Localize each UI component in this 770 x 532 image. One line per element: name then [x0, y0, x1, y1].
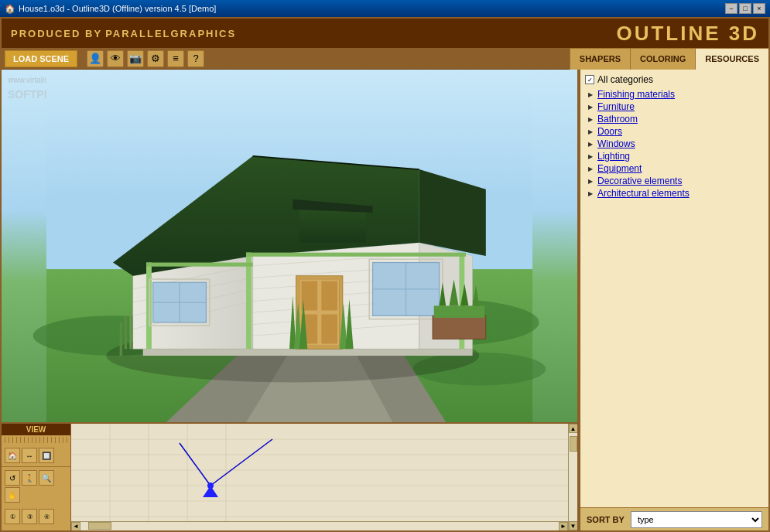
- tab-coloring[interactable]: COLORING: [630, 48, 695, 70]
- 3d-viewport[interactable]: www.virtalis.com SOFTPEDIA: [2, 70, 577, 422]
- viewport-panel: www.virtalis.com SOFTPEDIA: [2, 70, 579, 530]
- company-name: PRODUCED BY PARALLELGRAPHICS: [11, 28, 236, 39]
- window-controls[interactable]: − □ ×: [725, 3, 765, 14]
- view-btn-2[interactable]: ↔: [22, 448, 37, 463]
- category-item-doors[interactable]: ▶ Doors: [585, 125, 764, 138]
- category-arrow-bathroom: ▶: [588, 116, 594, 122]
- category-item-equipment[interactable]: ▶ Equipment: [585, 162, 764, 175]
- category-link-furniture[interactable]: Furniture: [597, 101, 635, 112]
- hscroll-track: [80, 522, 559, 530]
- category-link-architectural-elements[interactable]: Architectural elements: [597, 188, 690, 199]
- category-arrow-furniture: ▶: [588, 104, 594, 110]
- svg-rect-48: [125, 315, 127, 349]
- category-link-finishing-materials[interactable]: Finishing materials: [597, 89, 675, 100]
- category-item-decorative-elements[interactable]: ▶ Decorative elements: [585, 175, 764, 187]
- view-controls: 🏠 ↔ 🔲: [2, 445, 70, 466]
- toolbar-tabs: SHAPERS COLORING RESOURCES: [570, 48, 768, 70]
- view-section: VIEW 🏠 ↔ 🔲 ↺ 🚶 🔍 ✋ ①: [2, 424, 71, 530]
- content-area: www.virtalis.com SOFTPEDIA: [2, 70, 768, 530]
- ruler-bar: [2, 437, 70, 443]
- svg-point-75: [207, 483, 214, 489]
- view-num-3[interactable]: ④: [39, 509, 54, 524]
- category-link-windows[interactable]: Windows: [597, 138, 635, 149]
- tab-shapers[interactable]: SHAPERS: [570, 48, 630, 70]
- svg-rect-61: [71, 424, 577, 530]
- minimize-button[interactable]: −: [725, 3, 737, 14]
- category-item-bathroom[interactable]: ▶ Bathroom: [585, 113, 764, 125]
- scroll-right-arrow[interactable]: ►: [559, 522, 568, 531]
- maximize-button[interactable]: □: [739, 3, 751, 14]
- category-link-doors[interactable]: Doors: [597, 126, 622, 137]
- brand-logo: OUTLINE 3D: [616, 22, 759, 46]
- all-categories-checkbox[interactable]: ✓: [585, 75, 594, 84]
- minimap-section[interactable]: ▲ ▼ ◄ ►: [71, 424, 577, 530]
- app-header: PRODUCED BY PARALLELGRAPHICS OUTLINE 3D: [2, 19, 768, 48]
- settings-icon[interactable]: ⚙: [147, 50, 164, 67]
- category-item-windows[interactable]: ▶ Windows: [585, 138, 764, 150]
- svg-rect-47: [120, 322, 122, 356]
- category-arrow-architectural-elements: ▶: [588, 190, 594, 196]
- pan-btn[interactable]: ✋: [5, 487, 20, 503]
- list-icon[interactable]: ≡: [167, 50, 184, 67]
- sort-by-label: SORT BY: [587, 515, 625, 524]
- close-button[interactable]: ×: [753, 3, 765, 14]
- tab-resources[interactable]: RESOURCES: [695, 48, 768, 70]
- svg-rect-49: [130, 312, 132, 349]
- view-nav-controls: ↺ 🚶 🔍 ✋: [2, 467, 70, 506]
- titlebar-left: 🏠 House1.o3d - Outline3D (Offline) versi…: [5, 4, 216, 14]
- svg-rect-56: [434, 305, 484, 317]
- minimap-svg: [71, 424, 577, 530]
- rotate-btn[interactable]: ↺: [5, 470, 20, 486]
- svg-rect-30: [146, 263, 253, 267]
- view-num-2[interactable]: ③: [22, 509, 37, 524]
- category-item-finishing-materials[interactable]: ▶ Finishing materials: [585, 88, 764, 101]
- load-scene-button[interactable]: LOAD SCENE: [5, 50, 77, 67]
- title-bar: 🏠 House1.o3d - Outline3D (Offline) versi…: [0, 0, 770, 17]
- category-arrow-finishing-materials: ▶: [588, 91, 594, 97]
- view-extra-controls: ① ③ ④: [2, 506, 70, 527]
- category-arrow-decorative-elements: ▶: [588, 178, 594, 184]
- hscroll-thumb[interactable]: [88, 522, 111, 530]
- sort-bar: SORT BY typenamedate: [580, 507, 768, 530]
- category-arrow-windows: ▶: [588, 141, 594, 147]
- category-link-bathroom[interactable]: Bathroom: [597, 114, 638, 124]
- sort-select[interactable]: typenamedate: [631, 511, 762, 528]
- eye-icon[interactable]: 👁: [107, 50, 124, 67]
- help-icon[interactable]: ?: [187, 50, 204, 67]
- scroll-down-arrow[interactable]: ▼: [569, 521, 578, 530]
- minimap-vscrollbar[interactable]: ▲ ▼: [568, 424, 577, 530]
- bottom-panel: VIEW 🏠 ↔ 🔲 ↺ 🚶 🔍 ✋ ①: [2, 422, 577, 530]
- category-arrow-doors: ▶: [588, 128, 594, 135]
- scroll-up-arrow[interactable]: ▲: [569, 424, 578, 433]
- category-link-equipment[interactable]: Equipment: [597, 163, 642, 174]
- scroll-thumb[interactable]: [570, 436, 577, 452]
- toolbar: LOAD SCENE 👤 👁 📷 ⚙ ≡ ? SHAPERS COLORING …: [2, 48, 768, 70]
- scroll-track: [569, 433, 577, 521]
- walk-btn[interactable]: 🚶: [22, 470, 37, 486]
- svg-rect-36: [321, 281, 337, 311]
- categories-panel: ✓ All categories ▶ Finishing materials ▶…: [580, 70, 768, 507]
- view-btn-1[interactable]: 🏠: [5, 448, 20, 463]
- category-link-lighting[interactable]: Lighting: [597, 151, 630, 162]
- view-num-1[interactable]: ①: [5, 509, 20, 524]
- toolbar-icons: 👤 👁 📷 ⚙ ≡ ?: [87, 50, 570, 67]
- app-icon: 🏠: [5, 4, 15, 14]
- all-categories-label: All categories: [597, 74, 653, 85]
- window-title: House1.o3d - Outline3D (Offline) version…: [19, 4, 216, 13]
- scroll-left-arrow[interactable]: ◄: [71, 522, 80, 531]
- svg-rect-31: [246, 253, 466, 257]
- view-label: VIEW: [2, 424, 70, 435]
- main-window: PRODUCED BY PARALLELGRAPHICS OUTLINE 3D …: [0, 17, 770, 532]
- zoom-btn[interactable]: 🔍: [39, 470, 54, 486]
- category-link-decorative-elements[interactable]: Decorative elements: [597, 176, 682, 186]
- category-item-furniture[interactable]: ▶ Furniture: [585, 101, 764, 113]
- right-panel: ✓ All categories ▶ Finishing materials ▶…: [579, 70, 768, 530]
- camera-icon[interactable]: 📷: [127, 50, 144, 67]
- category-list: ▶ Finishing materials ▶ Furniture ▶ Bath…: [585, 88, 764, 200]
- category-item-architectural-elements[interactable]: ▶ Architectural elements: [585, 187, 764, 200]
- category-item-lighting[interactable]: ▶ Lighting: [585, 150, 764, 162]
- person-icon[interactable]: 👤: [87, 50, 104, 67]
- view-btn-3[interactable]: 🔲: [39, 448, 54, 463]
- minimap-hscrollbar[interactable]: ◄ ►: [71, 521, 568, 530]
- svg-rect-28: [246, 253, 252, 350]
